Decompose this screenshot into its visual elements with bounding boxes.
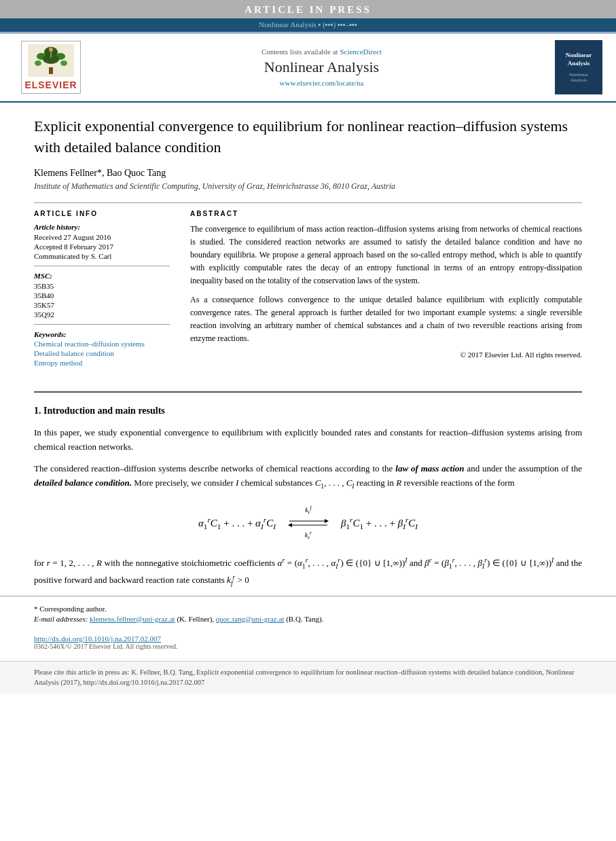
- article-info-column: ARTICLE INFO Article history: Received 2…: [34, 210, 170, 367]
- email-label: E-mail addresses:: [34, 615, 88, 623]
- abstract-header: ABSTRACT: [190, 210, 582, 217]
- keywords-section: Keywords: Chemical reaction–diffusion sy…: [34, 330, 170, 367]
- abstract-para-1: The convergence to equilibrium of mass a…: [190, 223, 582, 288]
- msc-code-1: 35B35: [34, 282, 170, 290]
- authors-line: Klemens Fellner*, Bao Quoc Tang: [34, 168, 582, 179]
- equation-inner: α1rC1 + . . . + αIrCI krf krr: [198, 504, 418, 543]
- journal-bar: Nonlinear Analysis ▪ (▪▪▪) ▪▪▪–▪▪▪: [0, 18, 616, 31]
- sciencedirect-link[interactable]: ScienceDirect: [340, 48, 382, 56]
- rights-text: 0362-546X/© 2017 Elsevier Ltd. All right…: [34, 643, 582, 650]
- info-abstract-section: ARTICLE INFO Article history: Received 2…: [34, 210, 582, 367]
- divider-after-affil: [34, 202, 582, 203]
- journal-url: www.elsevier.com/locate/na: [88, 79, 555, 87]
- reaction-arrow: krf krr: [288, 504, 329, 543]
- article-info-header: ARTICLE INFO: [34, 210, 170, 217]
- eq-lhs: α1rC1 + . . . + αIrCI: [198, 514, 276, 533]
- aip-banner: ARTICLE IN PRESS: [0, 0, 616, 18]
- copyright-line: © 2017 Elsevier Ltd. All rights reserved…: [190, 351, 582, 359]
- email-link-1[interactable]: klemens.fellner@uni-graz.at: [90, 615, 175, 623]
- email1-name: (K. Fellner),: [177, 615, 214, 623]
- eq-rhs: β1rC1 + . . . + βIrCI: [341, 514, 418, 533]
- email-line: E-mail addresses: klemens.fellner@uni-gr…: [34, 615, 582, 623]
- body-para-1: In this paper, we study exponential conv…: [34, 425, 582, 454]
- citation-box: Please cite this article in press as: K.…: [0, 661, 616, 694]
- doi-link[interactable]: http://dx.doi.org/10.1016/j.na.2017.02.0…: [34, 634, 161, 643]
- thumb-title: NonlinearAnalysis: [558, 52, 600, 67]
- journal-center: Contents lists available at ScienceDirec…: [88, 48, 555, 87]
- journal-bar-text: Nonlinear Analysis ▪ (▪▪▪) ▪▪▪–▪▪▪: [259, 20, 357, 29]
- abstract-text: The convergence to equilibrium of mass a…: [190, 223, 582, 346]
- elsevier-tree-icon: [28, 44, 74, 77]
- msc-code-3: 35K57: [34, 301, 170, 309]
- contents-available: Contents lists available at ScienceDirec…: [88, 48, 555, 56]
- abstract-para-2: As a consequence follows convergence to …: [190, 293, 582, 346]
- arrow-label-forward: krf: [305, 504, 311, 517]
- communicated-by: Communicated by S. Carl: [34, 252, 170, 260]
- equation-block: α1rC1 + . . . + αIrCI krf krr: [34, 504, 582, 543]
- email-link-2[interactable]: quoc.tang@uni-graz.at: [216, 615, 285, 623]
- arrow-label-backward: krr: [305, 529, 312, 542]
- msc-section: MSC: 35B35 35B40 35K57 35Q92: [34, 272, 170, 319]
- affiliation-line: Institute of Mathematics and Scientific …: [34, 181, 582, 192]
- msc-label: MSC:: [34, 272, 170, 280]
- paper-title: Explicit exponential convergence to equi…: [34, 116, 582, 158]
- journal-header: ELSEVIER Contents lists available at Sci…: [0, 33, 616, 103]
- svg-marker-11: [325, 519, 329, 523]
- section1-title: 1. Introduction and main results: [34, 404, 582, 418]
- main-content: Explicit exponential convergence to equi…: [0, 103, 616, 391]
- svg-marker-13: [288, 523, 292, 527]
- history-label: Article history:: [34, 223, 170, 231]
- body-para-3: for r = 1, 2, . . . , R with the nonnega…: [34, 555, 582, 589]
- svg-rect-5: [49, 67, 53, 74]
- elsevier-logo: ELSEVIER: [14, 41, 88, 94]
- svg-point-8: [49, 48, 53, 52]
- received-date: Received 27 August 2016: [34, 233, 170, 241]
- citation-text: Please cite this article in press as: K.…: [34, 668, 574, 687]
- keyword-3: Entropy method: [34, 359, 170, 367]
- email2-name: (B.Q. Tang).: [286, 615, 323, 623]
- svg-point-6: [35, 60, 41, 66]
- doi-section: http://dx.doi.org/10.1016/j.na.2017.02.0…: [0, 630, 616, 654]
- accepted-date: Accepted 8 February 2017: [34, 243, 170, 251]
- msc-code-4: 35Q92: [34, 310, 170, 319]
- body-content: 1. Introduction and main results In this…: [0, 404, 616, 589]
- keyword-2: Detailed balance condition: [34, 349, 170, 357]
- corresponding-author-note: * Corresponding author.: [34, 605, 582, 613]
- elsevier-brand-text: ELSEVIER: [24, 79, 77, 90]
- page: ARTICLE IN PRESS Nonlinear Analysis ▪ (▪…: [0, 0, 616, 841]
- aip-banner-text: ARTICLE IN PRESS: [244, 4, 372, 15]
- keyword-1: Chemical reaction–diffusion systems: [34, 340, 170, 348]
- thumb-subtitle: NonlinearAnalysis: [558, 72, 600, 83]
- double-arrow-icon: [288, 518, 329, 529]
- abstract-column: ABSTRACT The convergence to equilibrium …: [190, 210, 582, 367]
- svg-point-7: [60, 60, 67, 66]
- arrow-line: [288, 518, 329, 529]
- keywords-label: Keywords:: [34, 330, 170, 338]
- journal-thumbnail: NonlinearAnalysis NonlinearAnalysis: [555, 40, 602, 94]
- body-para-2: The considered reaction–diffusion system…: [34, 461, 582, 492]
- paper-footer: * Corresponding author. E-mail addresses…: [0, 596, 616, 630]
- journal-title-display: Nonlinear Analysis: [88, 58, 555, 76]
- msc-code-2: 35B40: [34, 291, 170, 300]
